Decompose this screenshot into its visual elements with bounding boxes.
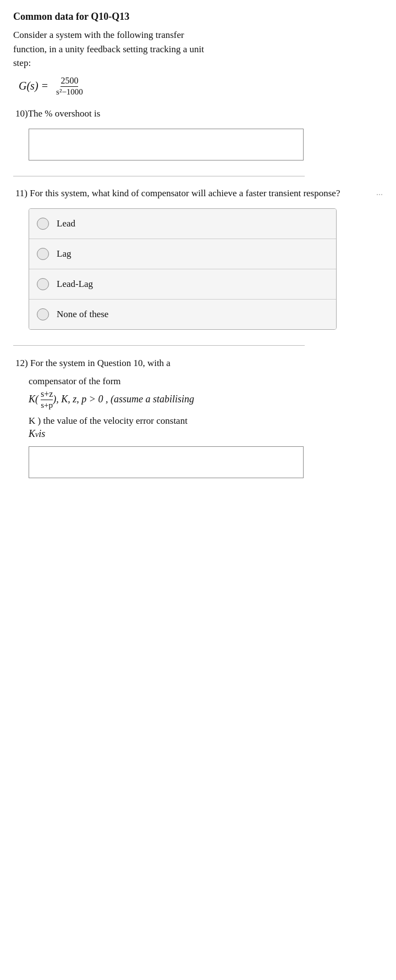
q10-number: 10) xyxy=(15,108,28,119)
formula-numerator: 2500 xyxy=(61,76,78,87)
option-lag[interactable]: Lag xyxy=(29,239,336,269)
radio-lead[interactable] xyxy=(37,218,49,230)
option-lead-label: Lead xyxy=(57,218,75,229)
radio-none[interactable] xyxy=(37,308,49,320)
q12-formula-fraction: s+z s+p xyxy=(41,389,53,410)
q11-label: For this system, what kind of compensato… xyxy=(30,188,340,198)
radio-lead-lag[interactable] xyxy=(37,278,49,290)
q10-answer-box[interactable] xyxy=(29,129,304,160)
question-12-block: 12) For the system in Question 10, with … xyxy=(13,356,383,478)
option-lead-lag[interactable]: Lead-Lag xyxy=(29,269,336,300)
kv-k-label: K xyxy=(29,428,35,440)
q12-answer-box[interactable] xyxy=(29,446,304,478)
kv-suffix: is xyxy=(38,428,45,440)
question-10-block: 10)The % overshoot is xyxy=(13,107,383,160)
question-11-block: 11) For this system, what kind of compen… xyxy=(13,186,383,330)
q12-frac-num: s+z xyxy=(41,389,53,400)
formula-fraction: 2500 s²−1000 xyxy=(56,76,83,97)
formula-lhs: G(s) = xyxy=(19,80,48,92)
common-data-header: Common data for Q10-Q13 xyxy=(13,11,383,23)
divider-1 xyxy=(13,176,305,176)
option-lead[interactable]: Lead xyxy=(29,209,336,239)
common-data-section: Common data for Q10-Q13 Consider a syste… xyxy=(13,11,383,97)
q10-label: The % overshoot is xyxy=(28,108,101,119)
option-none[interactable]: None of these xyxy=(29,300,336,329)
question-12-text-line1: 12) For the system in Question 10, with … xyxy=(13,356,383,370)
formula-denominator: s²−1000 xyxy=(56,87,83,97)
q11-number: 11) xyxy=(15,188,28,198)
question-12-text-line2: compensator of the form xyxy=(13,374,383,389)
option-none-label: None of these xyxy=(57,309,108,320)
divider-2 xyxy=(13,345,305,346)
q12-formula-rest: ), K, z, p > 0 , (assume a stabilising xyxy=(53,394,194,405)
option-lag-label: Lag xyxy=(57,248,71,259)
question-12-text-line3: K ) the value of the velocity error cons… xyxy=(13,413,383,428)
q12-formula-k-open: K( xyxy=(29,394,38,405)
question-10-text: 10)The % overshoot is xyxy=(13,107,383,121)
common-data-intro: Consider a system with the following tra… xyxy=(13,28,383,70)
kv-formula-line: Kv is xyxy=(13,428,383,440)
transfer-function-formula: G(s) = 2500 s²−1000 xyxy=(19,76,383,97)
q12-number: 12) xyxy=(15,358,28,368)
question-11-text: 11) For this system, what kind of compen… xyxy=(13,186,383,201)
q12-frac-den: s+p xyxy=(41,400,53,410)
q11-options-container: Lead Lag Lead-Lag None of these xyxy=(29,208,337,330)
question-12-formula: K( s+z s+p ), K, z, p > 0 , (assume a st… xyxy=(13,389,383,410)
option-lead-lag-label: Lead-Lag xyxy=(57,279,93,290)
three-dots-icon: ··· xyxy=(376,189,383,202)
q12-label-line1: For the system in Question 10, with a xyxy=(30,358,170,368)
radio-lag[interactable] xyxy=(37,248,49,260)
